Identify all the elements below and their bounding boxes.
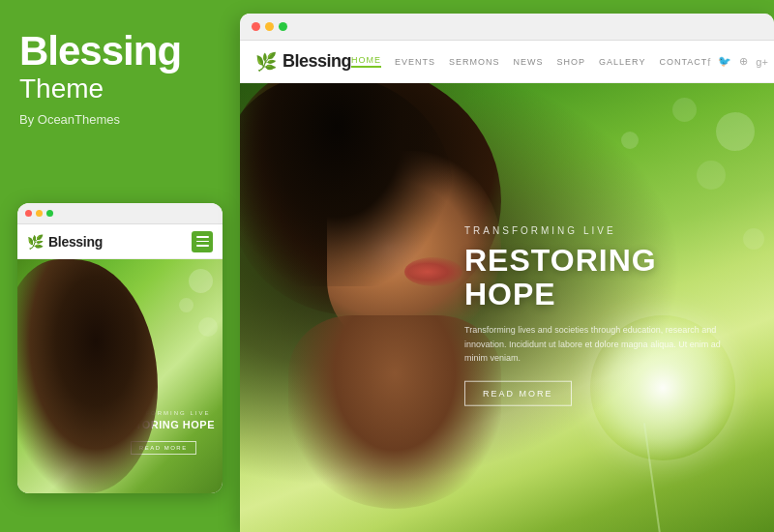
bokeh-3 <box>697 161 726 190</box>
mobile-leaf-icon: 🌿 <box>27 234 44 250</box>
desktop-dot-red <box>252 22 260 31</box>
mobile-preview: 🌿 Blessing TRANSFORMING LIVE <box>17 203 223 493</box>
theme-subtitle: Theme <box>19 74 221 104</box>
desktop-dot-green <box>279 22 287 31</box>
mobile-logo-area: 🌿 Blessing <box>27 234 103 250</box>
dot-green-dot <box>46 210 53 217</box>
desktop-hero: TRANSFORMING LIVE RESTORING HOPE Transfo… <box>240 83 774 532</box>
rss-icon[interactable]: ⊕ <box>739 55 748 68</box>
theme-by: By OceanThemes <box>19 112 221 127</box>
hero-text-overlay: TRANSFORMING LIVE RESTORING HOPE Transfo… <box>464 225 735 406</box>
dot-red <box>25 210 32 217</box>
desktop-heading: RESTORING HOPE <box>464 244 735 311</box>
bokeh-5 <box>743 228 764 250</box>
mobile-bokeh-3 <box>198 317 218 337</box>
facebook-icon[interactable]: f <box>707 56 710 68</box>
mobile-hero-bg: TRANSFORMING LIVE RESTORING HOPE READ MO… <box>17 259 223 493</box>
mobile-bokeh-1 <box>189 269 213 293</box>
bokeh-2 <box>672 98 697 122</box>
twitter-icon[interactable]: 🐦 <box>718 55 731 68</box>
desktop-hero-bg: TRANSFORMING LIVE RESTORING HOPE Transfo… <box>240 83 774 532</box>
desktop-logo-text: Blessing <box>283 51 351 72</box>
nav-news[interactable]: NEWS <box>514 57 544 67</box>
nav-gallery[interactable]: GALLERY <box>599 57 645 67</box>
desktop-tagline: TRANSFORMING LIVE <box>464 225 735 236</box>
desktop-nav: 🌿 Blessing HOME EVENTS SERMONS NEWS SHOP… <box>240 41 774 83</box>
desktop-browser-bar <box>240 14 774 41</box>
desktop-readmore-btn[interactable]: READ MORE <box>464 380 572 405</box>
left-panel: Blessing Theme By OceanThemes 🌿 Blessing <box>0 0 240 532</box>
nav-contact[interactable]: CONTACT <box>659 57 707 67</box>
desktop-preview: 🌿 Blessing HOME EVENTS SERMONS NEWS SHOP… <box>240 14 774 532</box>
mobile-person-silhouette <box>17 259 158 493</box>
dot-yellow <box>36 210 43 217</box>
nav-sermons[interactable]: SERMONS <box>449 57 500 67</box>
hamburger-line-1 <box>196 236 209 238</box>
mobile-logo-text: Blessing <box>48 234 103 250</box>
mobile-browser-bar <box>17 203 223 224</box>
nav-shop[interactable]: SHOP <box>557 57 586 67</box>
theme-title: Blessing <box>19 29 221 74</box>
bokeh-1 <box>716 112 755 151</box>
mobile-nav: 🌿 Blessing <box>17 224 223 259</box>
desktop-leaf-icon: 🌿 <box>255 51 277 73</box>
desktop-logo-area: 🌿 Blessing <box>255 51 351 73</box>
google-plus-icon[interactable]: g+ <box>756 56 768 68</box>
hamburger-line-2 <box>196 241 209 243</box>
bokeh-4 <box>621 132 639 149</box>
desktop-description: Transforming lives and societies through… <box>464 323 735 365</box>
nav-events[interactable]: EVENTS <box>395 57 435 67</box>
desktop-nav-links: HOME EVENTS SERMONS NEWS SHOP GALLERY CO… <box>351 55 707 68</box>
hamburger-line-3 <box>196 245 209 247</box>
desktop-dot-yellow <box>265 22 274 31</box>
mobile-hero: TRANSFORMING LIVE RESTORING HOPE READ MO… <box>17 259 223 493</box>
mobile-bokeh-2 <box>179 298 194 312</box>
nav-home[interactable]: HOME <box>351 55 381 68</box>
hamburger-icon[interactable] <box>192 231 213 252</box>
desktop-social-icons: f 🐦 ⊕ g+ ✉ <box>707 55 774 68</box>
